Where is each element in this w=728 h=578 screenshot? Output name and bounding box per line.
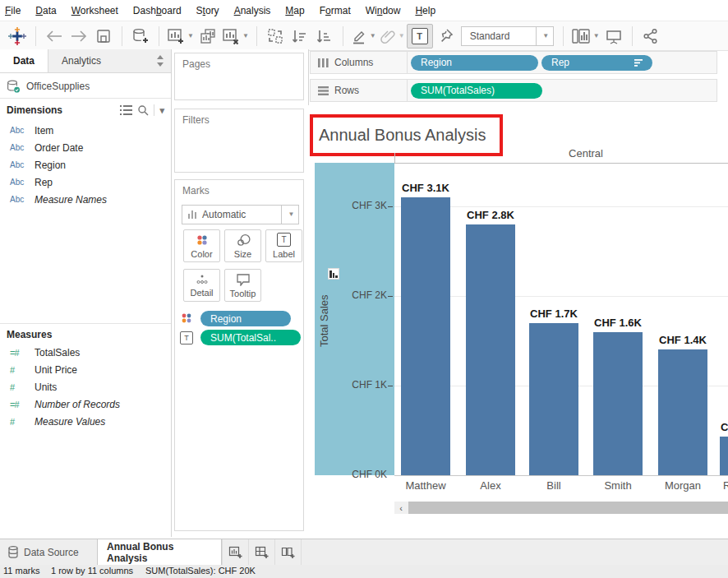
measure-item-measure-values[interactable]: # Measure Values	[0, 413, 171, 430]
menu-item-story[interactable]: Story	[189, 5, 227, 16]
tab-label: Data Source	[24, 547, 79, 558]
sort-descending-icon[interactable]	[634, 58, 644, 67]
undo-button[interactable]	[42, 25, 67, 48]
dimension-item-rep[interactable]: Abc Rep	[0, 173, 171, 191]
mark-type-select[interactable]: Automatic ▼	[182, 205, 299, 224]
sheet-title[interactable]: Annual Bonus Analysis	[313, 126, 486, 145]
chevron-down-icon[interactable]: ▼	[242, 33, 249, 39]
sort-ascending-button[interactable]	[288, 25, 312, 48]
new-worksheet-button[interactable]: ▼	[165, 25, 196, 48]
toolbar-separator	[159, 26, 159, 46]
presentation-mode-button[interactable]	[601, 25, 626, 48]
y-axis-title[interactable]: Total Sales	[318, 268, 331, 373]
columns-pill-region[interactable]: Region	[411, 55, 538, 71]
chevron-down-icon[interactable]: ▼	[536, 27, 553, 45]
color-button[interactable]: Color	[183, 229, 220, 262]
bar-bill[interactable]	[529, 323, 578, 475]
chevron-down-icon[interactable]: ▼	[370, 33, 376, 39]
share-button[interactable]	[638, 25, 663, 48]
scrollbar-thumb[interactable]	[408, 502, 728, 514]
size-button[interactable]: Size	[224, 229, 261, 262]
tooltip-button[interactable]: Tooltip	[224, 269, 261, 302]
chevron-down-icon[interactable]: ▾	[159, 105, 164, 116]
bar-smith[interactable]	[593, 332, 643, 475]
chevron-down-icon[interactable]: ▼	[593, 33, 600, 39]
show-me-button[interactable]: ▼	[569, 25, 601, 48]
scroll-left-button[interactable]: ‹	[394, 502, 408, 514]
swap-rows-columns-button[interactable]	[263, 25, 288, 48]
menu-item-help[interactable]: Help	[408, 5, 443, 16]
marks-pill-sum-totalsales[interactable]: SUM(TotalSal..	[200, 330, 301, 345]
chevron-down-icon[interactable]: ▼	[399, 33, 405, 39]
bar-value-label: C	[721, 421, 728, 433]
filters-shelf[interactable]: Filters	[174, 109, 304, 173]
fit-mode-select[interactable]: Standard ▼	[461, 26, 554, 46]
sort-descending-button[interactable]	[312, 25, 337, 48]
pane-sort-icon[interactable]	[156, 49, 171, 72]
column-pane-header[interactable]: Central	[545, 147, 627, 160]
pages-shelf[interactable]: Pages	[174, 53, 304, 100]
x-axis-label[interactable]: Morgan	[646, 479, 720, 492]
label-button[interactable]: T Label	[265, 229, 302, 262]
search-icon[interactable]	[137, 104, 149, 116]
rows-shelf[interactable]: Rows SUM(TotalSales)	[310, 79, 717, 102]
bar-matthew[interactable]	[401, 197, 450, 475]
new-worksheet-tab-button[interactable]	[222, 539, 249, 565]
menu-item-dashboard[interactable]: Dashboard	[126, 5, 189, 16]
detail-button[interactable]: Detail	[183, 269, 220, 302]
measure-item-totalsales[interactable]: =# TotalSales	[0, 344, 171, 361]
dimension-item-region[interactable]: Abc Region	[0, 156, 171, 173]
datasource-name: OfficeSupplies	[26, 81, 90, 92]
datasource-item[interactable]: OfficeSupplies	[0, 77, 171, 95]
menu-item-file[interactable]: File	[0, 5, 28, 16]
toolbar-separator	[35, 26, 36, 46]
new-story-tab-button[interactable]	[275, 539, 302, 565]
menu-item-data[interactable]: Data	[28, 5, 63, 16]
tab-data-source[interactable]: Data Source	[0, 539, 97, 565]
redo-button[interactable]	[67, 25, 91, 48]
menu-item-worksheet[interactable]: Worksheet	[64, 5, 126, 16]
tab-data[interactable]: Data	[0, 49, 48, 72]
dimension-item-order-date[interactable]: Abc Order Date	[0, 139, 171, 156]
columns-shelf[interactable]: Columns Region Rep	[310, 51, 717, 74]
group-members-button[interactable]: ▼	[378, 25, 407, 48]
view-as-list-icon[interactable]	[120, 105, 132, 115]
tab-analytics[interactable]: Analytics	[48, 49, 114, 72]
rows-pill-sum-totalsales[interactable]: SUM(TotalSales)	[411, 83, 542, 99]
x-axis-label[interactable]: R	[723, 479, 728, 492]
dimension-item-item[interactable]: Abc Item	[0, 122, 171, 139]
measure-item-unit-price[interactable]: # Unit Price	[0, 361, 171, 378]
measure-item-units[interactable]: # Units	[0, 378, 171, 395]
measure-icon: #	[10, 382, 28, 392]
menu-item-analysis[interactable]: Analysis	[227, 5, 279, 16]
toolbar-separator	[563, 26, 564, 46]
bar-morgan[interactable]	[658, 349, 707, 475]
chevron-down-icon[interactable]: ▼	[187, 33, 194, 39]
columns-pill-rep[interactable]: Rep	[541, 55, 652, 71]
tab-annual-bonus-analysis[interactable]: Annual Bonus Analysis	[97, 539, 222, 565]
menu-item-map[interactable]: Map	[278, 5, 311, 16]
horizontal-scrollbar[interactable]: ‹	[394, 502, 728, 514]
menu-item-format[interactable]: Format	[312, 5, 358, 16]
measure-item-number-of-records[interactable]: =# Number of Records	[0, 395, 171, 413]
menu-item-window[interactable]: Window	[358, 5, 408, 16]
save-button[interactable]	[91, 25, 116, 48]
show-mark-labels-button[interactable]: T	[407, 24, 433, 49]
bar-alex[interactable]	[466, 224, 515, 475]
new-datasource-button[interactable]	[128, 25, 153, 48]
x-axis-label[interactable]: Bill	[517, 479, 591, 492]
menu-bar: FileDataWorksheetDashboardStoryAnalysisM…	[0, 0, 728, 21]
label-button-label: Label	[273, 249, 295, 259]
chevron-down-icon[interactable]: ▼	[281, 206, 298, 224]
new-dashboard-tab-button[interactable]	[249, 539, 275, 565]
columns-icon	[318, 58, 329, 67]
marks-pill-region[interactable]: Region	[200, 311, 291, 326]
fix-axes-button[interactable]	[433, 25, 458, 48]
x-axis-label[interactable]: Smith	[581, 479, 655, 492]
highlight-button[interactable]: ▼	[349, 25, 378, 48]
duplicate-sheet-button[interactable]	[196, 25, 220, 48]
x-axis-label[interactable]: Matthew	[389, 479, 463, 492]
dimension-item-measure-names[interactable]: Abc Measure Names	[0, 191, 171, 208]
clear-sheet-button[interactable]: ▼	[220, 25, 251, 48]
bar-r[interactable]	[720, 437, 728, 475]
